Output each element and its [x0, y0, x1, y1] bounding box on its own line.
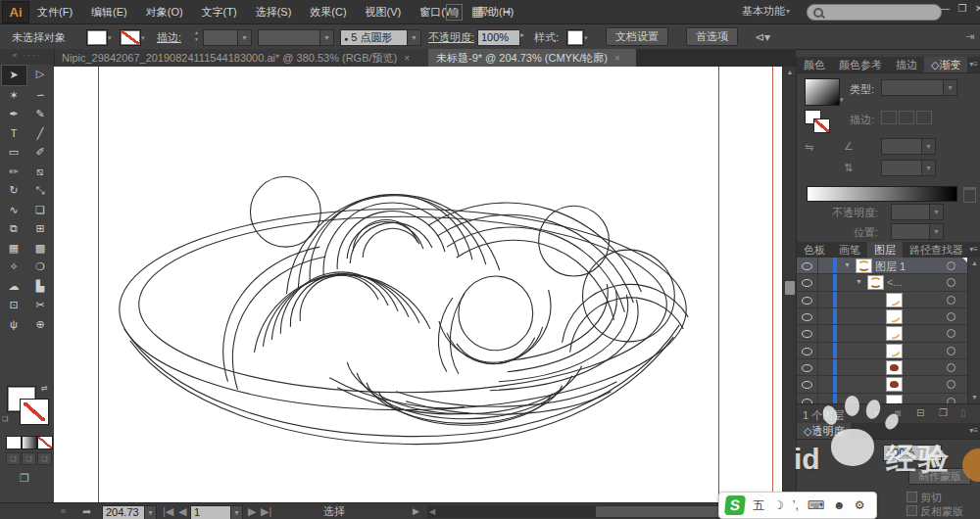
style-swatch[interactable]: [566, 29, 584, 46]
gradient-mode-button[interactable]: [22, 436, 37, 449]
target-circle-icon[interactable]: [947, 347, 956, 355]
arrange-documents-icon[interactable]: ▦: [471, 4, 483, 19]
slice-tool[interactable]: ✂: [27, 296, 54, 315]
style-swatch-arrow-icon[interactable]: ▾: [584, 34, 594, 42]
stroke-swatch[interactable]: [120, 29, 141, 46]
wubi-mode[interactable]: 五: [753, 497, 764, 514]
document-setup-button[interactable]: 文档设置: [606, 27, 668, 46]
layer-name[interactable]: <...: [887, 276, 903, 288]
layer-row[interactable]: [797, 308, 980, 325]
rotate-tool[interactable]: ↻: [1, 181, 27, 201]
panel-menu-icon[interactable]: ▾≡: [969, 60, 978, 69]
preferences-button[interactable]: 首选项: [686, 27, 738, 46]
tab-pathfinder[interactable]: 路径查找器: [903, 242, 970, 258]
swap-colors-icon[interactable]: ⇄: [41, 384, 48, 393]
night-mode-icon[interactable]: ☽: [773, 498, 784, 512]
make-mask-button[interactable]: 制作蒙版: [908, 468, 971, 485]
reverse-gradient-icon[interactable]: ⇋: [805, 141, 813, 154]
tab-color-guide[interactable]: 颜色参考: [832, 57, 889, 72]
scroll-up-icon[interactable]: ▲: [783, 67, 797, 78]
layer-thumbnail[interactable]: [856, 259, 872, 273]
tools-panel-grip[interactable]: « ····: [0, 49, 54, 65]
delete-layer-trash-icon[interactable]: ▯: [960, 407, 966, 418]
opacity-link[interactable]: 不透明度:: [428, 30, 474, 45]
locate-object-icon[interactable]: ⌖: [873, 407, 879, 419]
pencil-tool[interactable]: ✏: [1, 163, 27, 182]
menu-effect[interactable]: 效果(C): [310, 5, 346, 20]
gradient-angle-dropdown[interactable]: ▼: [881, 138, 936, 155]
target-circle-icon[interactable]: [947, 380, 956, 389]
layer-name[interactable]: 图层 1: [875, 260, 906, 274]
artboard-dropdown-arrow[interactable]: ▼: [230, 505, 243, 519]
default-colors-icon[interactable]: ❏: [2, 415, 8, 423]
gradient-tool[interactable]: ▩: [27, 239, 54, 259]
panel-menu-icon[interactable]: ▾≡: [969, 426, 978, 435]
perspective-grid-tool[interactable]: ⊞: [27, 219, 54, 239]
screen-mode-button[interactable]: ❐: [20, 472, 29, 485]
blend-tool[interactable]: ❍: [27, 258, 54, 277]
search-input[interactable]: [807, 4, 942, 21]
layer-row[interactable]: [797, 376, 980, 393]
width-tool[interactable]: ∿: [1, 201, 27, 220]
chevron-down-icon[interactable]: ▾: [486, 4, 490, 19]
layer-row[interactable]: ▼ 图层 1: [797, 258, 980, 274]
curvature-pen-tool[interactable]: ✎: [27, 105, 54, 124]
invert-mask-checkbox[interactable]: [906, 505, 917, 516]
gradient-aspect-dropdown[interactable]: ▼: [881, 160, 936, 176]
column-graph-tool[interactable]: ▙: [27, 277, 54, 297]
color-mode-button[interactable]: [6, 436, 22, 449]
punctuation-icon[interactable]: ’,: [793, 498, 799, 512]
layer-row[interactable]: ▼ <...: [797, 274, 980, 291]
scale-tool[interactable]: ⤡: [27, 181, 54, 201]
visibility-cell[interactable]: [797, 343, 818, 358]
fill-swatch-arrow-icon[interactable]: ▾: [108, 34, 118, 42]
variable-width-profile-dropdown[interactable]: ▼: [258, 29, 334, 46]
last-artboard-button[interactable]: ▶|: [261, 505, 271, 518]
tab-brushes[interactable]: 画笔: [832, 242, 867, 258]
layer-thumbnail[interactable]: [886, 309, 903, 324]
restore-button[interactable]: ❐: [955, 0, 970, 18]
menu-edit[interactable]: 编辑(E): [91, 5, 127, 20]
tab-color[interactable]: 颜色: [797, 57, 832, 72]
expand-triangle-icon[interactable]: ▼: [856, 278, 862, 285]
visibility-cell[interactable]: [797, 376, 818, 392]
layer-thumbnail[interactable]: [886, 360, 903, 375]
stroke-weight-dropdown[interactable]: ▼: [203, 29, 252, 46]
stroke-gradient-across-button[interactable]: [916, 111, 932, 124]
settings-wrench-icon[interactable]: ⚙: [855, 498, 865, 512]
scroll-right-icon[interactable]: ▶: [413, 505, 419, 518]
panel-menu-icon[interactable]: ▾≡: [969, 245, 978, 254]
workspace-switcher-button[interactable]: 基本功能: [742, 4, 785, 19]
zoom-tool[interactable]: ⊕: [27, 315, 54, 335]
vertical-scrollbar[interactable]: ▲ ▼: [782, 67, 797, 502]
none-mode-button[interactable]: [37, 436, 53, 449]
stroke-weight-link[interactable]: 描边:: [157, 30, 181, 45]
workspace-chevron-icon[interactable]: ▾: [786, 4, 790, 19]
app-bar-icon[interactable]: ▣: [446, 4, 463, 21]
transparency-panel-header[interactable]: ◇透明度 ▾≡: [797, 423, 980, 440]
rectangle-tool[interactable]: ▭: [1, 143, 27, 163]
stroke-weight-stepper[interactable]: ▲▼: [192, 29, 201, 44]
scroll-down-icon[interactable]: ▼: [968, 392, 980, 403]
menu-view[interactable]: 视图(V): [366, 5, 402, 20]
eyedropper-tool[interactable]: ✧: [1, 258, 27, 277]
layer-row[interactable]: [797, 325, 980, 342]
opacity-arrow-icon[interactable]: ▸: [520, 30, 524, 39]
account-icon[interactable]: ☻: [833, 498, 846, 512]
layers-scrollbar[interactable]: ▲ ▼: [967, 258, 980, 403]
touch-workspace-icon[interactable]: ⊲▾: [755, 30, 770, 44]
artboard-tool[interactable]: ⊡: [1, 296, 27, 315]
tab-swatches[interactable]: 色板: [797, 242, 832, 258]
tab-gradient[interactable]: ◇渐变: [924, 57, 967, 72]
new-layer-icon[interactable]: ❐: [939, 407, 948, 418]
opacity-arrow-icon[interactable]: ▶: [938, 447, 944, 455]
layer-thumbnail[interactable]: [886, 377, 903, 392]
close-tab-icon[interactable]: ×: [404, 53, 410, 64]
pen-tool[interactable]: ✒: [1, 105, 27, 124]
gradient-stroke-proxy[interactable]: [813, 118, 830, 133]
gradient-swatch-arrow-icon[interactable]: ▾: [840, 96, 844, 104]
paintbrush-tool[interactable]: ✐: [27, 143, 54, 163]
eraser-tool[interactable]: ⧅: [27, 163, 54, 182]
cs-live-icon[interactable]: ⌁: [504, 4, 512, 19]
gradient-slider[interactable]: [807, 186, 957, 202]
